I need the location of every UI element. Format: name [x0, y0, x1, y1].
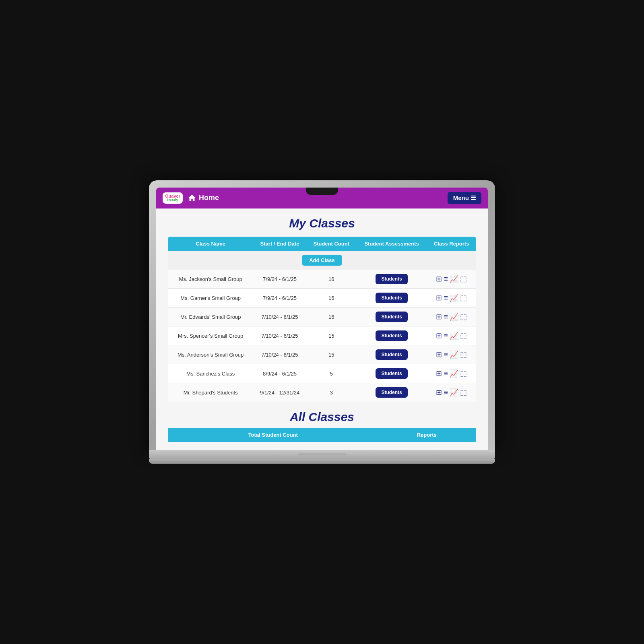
main-content: My Classes Class Name Start / End Date S… [156, 208, 488, 450]
home-nav[interactable]: Home [188, 194, 219, 202]
table-row: Ms. Sanchez's Class 8/9/24 - 6/1/25 5 St… [168, 364, 476, 383]
chart-icon[interactable]: 📈 [450, 350, 458, 359]
students-button[interactable]: Students [376, 368, 407, 379]
grid-icon[interactable]: ⊞ [436, 331, 442, 340]
laptop-notch [306, 188, 338, 195]
col-student-assessments: Student Assessments [356, 237, 427, 251]
student-count-cell: 15 [307, 326, 356, 345]
col-total-student-count: Total Student Count [168, 428, 378, 442]
students-button[interactable]: Students [376, 293, 407, 303]
chart-icon[interactable]: 📈 [450, 369, 458, 378]
grid-icon[interactable]: ⊞ [436, 275, 442, 283]
bookmark-icon[interactable]: ⬚ [460, 312, 467, 321]
grid-icon[interactable]: ⊞ [436, 312, 442, 321]
class-name-cell: Ms. Sanchez's Class [168, 364, 253, 383]
chart-icon[interactable]: 📈 [450, 293, 458, 302]
class-name-cell: Mr. Shepard's Students [168, 383, 253, 402]
add-class-row: Add Class [168, 251, 476, 270]
bookmark-icon[interactable]: ⬚ [460, 275, 467, 283]
class-name-cell: Ms. Anderson's Small Group [168, 345, 253, 364]
logo-badge: Quaver Ready [163, 192, 183, 204]
bookmark-icon[interactable]: ⬚ [460, 350, 467, 359]
class-name-cell: Mrs. Spencer's Small Group [168, 326, 253, 345]
table-row: Ms. Garner's Small Group 7/9/24 - 6/1/25… [168, 289, 476, 308]
laptop-container: Quaver Ready Home Menu ☰ [149, 180, 495, 464]
students-button[interactable]: Students [376, 349, 407, 360]
assessments-cell: Students [356, 345, 427, 364]
lines-icon[interactable]: ≡ [444, 351, 448, 359]
chart-icon[interactable]: 📈 [450, 312, 458, 321]
bookmark-icon[interactable]: ⬚ [460, 293, 467, 302]
report-icons: ⊞ ≡ 📈 ⬚ [430, 275, 473, 283]
class-name-cell: Ms. Garner's Small Group [168, 289, 253, 308]
bookmark-icon[interactable]: ⬚ [460, 331, 467, 340]
table-row: Mrs. Spencer's Small Group 7/10/24 - 6/1… [168, 326, 476, 345]
laptop-bottom [149, 459, 495, 464]
chart-icon[interactable]: 📈 [450, 275, 458, 283]
add-class-button[interactable]: Add Class [302, 255, 342, 266]
students-button[interactable]: Students [376, 387, 407, 398]
col-class-reports: Class Reports [427, 237, 476, 251]
all-classes-header-row: Total Student Count Reports [168, 428, 476, 442]
reports-cell: ⊞ ≡ 📈 ⬚ [427, 383, 476, 402]
add-class-cell: Add Class [168, 251, 476, 270]
col-student-count: Student Count [307, 237, 356, 251]
grid-icon[interactable]: ⊞ [436, 388, 442, 397]
bookmark-icon[interactable]: ⬚ [460, 369, 467, 378]
chart-icon[interactable]: 📈 [450, 388, 458, 397]
chart-icon[interactable]: 📈 [450, 331, 458, 340]
student-count-cell: 16 [307, 289, 356, 308]
lines-icon[interactable]: ≡ [444, 313, 448, 321]
home-icon [188, 194, 196, 202]
reports-cell: ⊞ ≡ 📈 ⬚ [427, 270, 476, 289]
dates-cell: 9/1/24 - 12/31/24 [253, 383, 306, 402]
bookmark-icon[interactable]: ⬚ [460, 388, 467, 397]
reports-cell: ⊞ ≡ 📈 ⬚ [427, 326, 476, 345]
report-icons: ⊞ ≡ 📈 ⬚ [430, 388, 473, 397]
laptop-screen-border: Quaver Ready Home Menu ☰ [149, 180, 495, 450]
class-name-cell: Ms. Jackson's Small Group [168, 270, 253, 289]
students-button[interactable]: Students [376, 274, 407, 284]
header-left: Quaver Ready Home [163, 192, 219, 204]
table-header-row: Class Name Start / End Date Student Coun… [168, 237, 476, 251]
my-classes-table: Class Name Start / End Date Student Coun… [168, 237, 476, 402]
grid-icon[interactable]: ⊞ [436, 369, 442, 378]
class-name-cell: Mr. Edwards' Small Group [168, 308, 253, 326]
report-icons: ⊞ ≡ 📈 ⬚ [430, 350, 473, 359]
lines-icon[interactable]: ≡ [444, 388, 448, 397]
students-button[interactable]: Students [376, 312, 407, 322]
dates-cell: 8/9/24 - 6/1/25 [253, 364, 306, 383]
student-count-cell: 15 [307, 345, 356, 364]
lines-icon[interactable]: ≡ [444, 294, 448, 302]
trackpad-notch [298, 453, 346, 456]
assessments-cell: Students [356, 383, 427, 402]
all-classes-title: All Classes [168, 410, 476, 424]
reports-cell: ⊞ ≡ 📈 ⬚ [427, 289, 476, 308]
reports-cell: ⊞ ≡ 📈 ⬚ [427, 308, 476, 326]
menu-button[interactable]: Menu ☰ [448, 192, 481, 204]
student-count-cell: 16 [307, 270, 356, 289]
table-row: Ms. Anderson's Small Group 7/10/24 - 6/1… [168, 345, 476, 364]
app-frame: Quaver Ready Home Menu ☰ [156, 188, 488, 450]
lines-icon[interactable]: ≡ [444, 369, 448, 378]
report-icons: ⊞ ≡ 📈 ⬚ [430, 293, 473, 302]
reports-cell: ⊞ ≡ 📈 ⬚ [427, 364, 476, 383]
screen-inner: Quaver Ready Home Menu ☰ [156, 188, 488, 450]
student-count-cell: 5 [307, 364, 356, 383]
assessments-cell: Students [356, 270, 427, 289]
col-reports: Reports [378, 428, 476, 442]
table-row: Mr. Shepard's Students 9/1/24 - 12/31/24… [168, 383, 476, 402]
grid-icon[interactable]: ⊞ [436, 350, 442, 359]
all-classes-table: Total Student Count Reports [168, 428, 476, 442]
lines-icon[interactable]: ≡ [444, 332, 448, 340]
report-icons: ⊞ ≡ 📈 ⬚ [430, 369, 473, 378]
home-label: Home [199, 194, 219, 202]
assessments-cell: Students [356, 308, 427, 326]
dates-cell: 7/10/24 - 6/1/25 [253, 326, 306, 345]
lines-icon[interactable]: ≡ [444, 275, 448, 283]
table-row: Ms. Jackson's Small Group 7/9/24 - 6/1/2… [168, 270, 476, 289]
dates-cell: 7/9/24 - 6/1/25 [253, 270, 306, 289]
grid-icon[interactable]: ⊞ [436, 293, 442, 302]
students-button[interactable]: Students [376, 330, 407, 341]
report-icons: ⊞ ≡ 📈 ⬚ [430, 312, 473, 321]
